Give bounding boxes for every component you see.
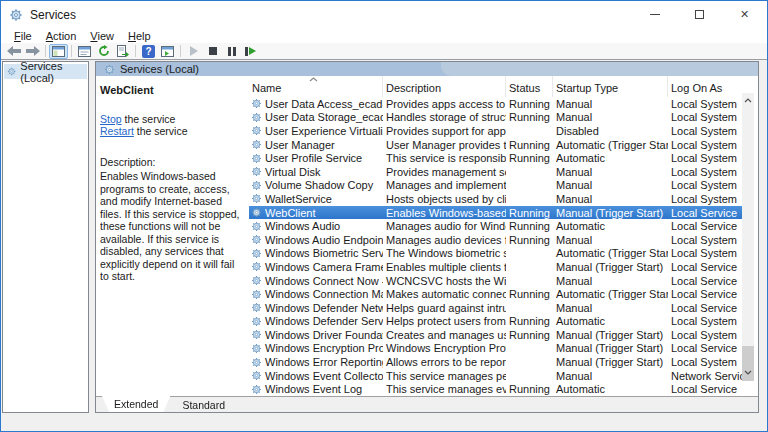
service-name-cell: Windows Camera Frame Se...: [249, 261, 383, 273]
service-gear-icon: [251, 248, 262, 259]
main-header-title: Services (Local): [120, 63, 199, 75]
menu-help[interactable]: Help: [121, 30, 158, 42]
service-gear-icon: [251, 112, 262, 123]
scroll-down-icon[interactable]: [742, 365, 754, 380]
extended-view-icon[interactable]: [158, 44, 177, 59]
table-row[interactable]: Windows Event Collector This service man…: [249, 369, 744, 383]
table-row[interactable]: Volume Shadow Copy Manages and implement…: [249, 179, 744, 193]
column-header-startup-type[interactable]: Startup Type: [553, 76, 668, 97]
service-gear-icon: [251, 166, 262, 177]
table-row[interactable]: Windows Connection Mana... Makes automat…: [249, 287, 744, 301]
service-log-on-as-cell: Local System: [668, 315, 744, 327]
pause-service-icon[interactable]: [222, 44, 241, 59]
service-description-cell: Allows errors to be reported ...: [383, 356, 506, 368]
table-row[interactable]: Windows Connect Now - C... WCNCSVC hosts…: [249, 274, 744, 288]
tree-item-services-local[interactable]: Services (Local): [4, 64, 87, 79]
maximize-icon: [695, 10, 704, 19]
help-icon[interactable]: ?: [139, 44, 158, 59]
service-gear-icon: [251, 193, 262, 204]
forward-icon[interactable]: [23, 44, 42, 59]
service-gear-icon: [251, 357, 262, 368]
service-name: Windows Defender Service: [265, 315, 383, 327]
description-label: Description:: [100, 156, 242, 169]
service-description-cell: Provides apps access to stru...: [383, 98, 506, 110]
table-row[interactable]: Windows Biometric Service The Windows bi…: [249, 247, 744, 261]
restart-service-icon[interactable]: [241, 44, 260, 59]
service-startup-type-cell: Manual: [553, 370, 668, 382]
column-header-description[interactable]: Description: [383, 76, 506, 97]
scroll-up-icon[interactable]: [742, 93, 754, 108]
close-button[interactable]: ✕: [722, 1, 767, 28]
service-status-cell: Running: [506, 234, 553, 246]
service-name: Windows Camera Frame Se...: [265, 261, 383, 273]
service-name: Windows Encryption Provid...: [265, 342, 383, 354]
service-startup-type-cell: Automatic (Trigger Start): [553, 247, 668, 259]
refresh-icon[interactable]: [94, 44, 113, 59]
title-bar[interactable]: Services ✕: [1, 1, 767, 28]
sort-ascending-icon: [309, 77, 318, 82]
table-row[interactable]: User Data Access_ecad8 Provides apps acc…: [249, 97, 744, 111]
stop-service-link[interactable]: Stop: [100, 113, 122, 125]
table-row[interactable]: Windows Camera Frame Se... Enables multi…: [249, 260, 744, 274]
service-name: User Profile Service: [265, 152, 362, 164]
table-row[interactable]: User Data Storage_ecad8 Handles storage …: [249, 111, 744, 125]
table-row[interactable]: Windows Defender Networ... Helps guard a…: [249, 301, 744, 315]
service-description-cell: This service is responsible fo...: [383, 152, 506, 164]
tab-extended[interactable]: Extended: [102, 396, 170, 412]
table-row[interactable]: Virtual Disk Provides management servi..…: [249, 165, 744, 179]
table-row[interactable]: User Manager User Manager provides the r…: [249, 138, 744, 152]
services-main-pane: Services (Local) WebClient Stop the serv…: [95, 61, 759, 413]
service-gear-icon: [251, 289, 262, 300]
service-status-cell: Running: [506, 98, 553, 110]
table-row[interactable]: Windows Defender Service Helps protect u…: [249, 315, 744, 329]
service-startup-type-cell: Automatic: [553, 152, 668, 164]
vertical-scrollbar[interactable]: [742, 93, 754, 380]
service-description-cell: User Manager provides the r...: [383, 139, 506, 151]
menu-view[interactable]: View: [83, 30, 121, 42]
back-icon[interactable]: [4, 44, 23, 59]
service-name: Virtual Disk: [265, 166, 320, 178]
toolbar: ?: [1, 43, 767, 59]
menu-action[interactable]: Action: [39, 30, 84, 42]
table-row[interactable]: User Profile Service This service is res…: [249, 151, 744, 165]
table-row[interactable]: Windows Driver Foundation... Creates and…: [249, 328, 744, 342]
column-header-status[interactable]: Status: [506, 76, 553, 97]
close-icon: ✕: [740, 9, 749, 20]
table-row[interactable]: Windows Audio Endpoint B... Manages audi…: [249, 233, 744, 247]
service-action-links: Stop the service Restart the service: [100, 113, 242, 138]
list-header: Name Description Status Startup Type Log…: [249, 76, 756, 97]
service-startup-type-cell: Automatic: [553, 315, 668, 327]
restart-service-link[interactable]: Restart: [100, 125, 134, 137]
table-row[interactable]: Windows Event Log This service manages e…: [249, 382, 744, 396]
service-name: Windows Error Reporting Se...: [265, 356, 383, 368]
service-name-cell: WalletService: [249, 193, 383, 205]
service-startup-type-cell: Manual: [553, 98, 668, 110]
column-header-log-on-as[interactable]: Log On As: [668, 76, 744, 97]
tab-standard[interactable]: Standard: [170, 397, 237, 412]
start-service-icon[interactable]: [184, 44, 203, 59]
minimize-button[interactable]: [632, 1, 677, 28]
service-gear-icon: [251, 234, 262, 245]
service-startup-type-cell: Manual: [553, 193, 668, 205]
export-list-icon[interactable]: [113, 44, 132, 59]
show-hide-console-tree-icon[interactable]: [49, 44, 68, 59]
properties-icon[interactable]: [75, 44, 94, 59]
console-tree-pane: Services (Local): [2, 61, 89, 413]
table-row[interactable]: Windows Encryption Provid... Windows Enc…: [249, 342, 744, 356]
table-row[interactable]: Windows Audio Manages audio for Window..…: [249, 219, 744, 233]
service-log-on-as-cell: Local Service: [668, 383, 744, 395]
maximize-button[interactable]: [677, 1, 722, 28]
service-name: Windows Event Log: [265, 383, 362, 395]
menu-file[interactable]: File: [7, 30, 39, 42]
service-status-cell: Running: [506, 383, 553, 395]
table-row[interactable]: User Experience Virtualizatio... Provide…: [249, 124, 744, 138]
restart-service-line: Restart the service: [100, 125, 242, 138]
table-row[interactable]: WalletService Hosts objects used by clie…: [249, 192, 744, 206]
table-row[interactable]: Windows Error Reporting Se... Allows err…: [249, 355, 744, 369]
service-log-on-as-cell: Local System: [668, 193, 744, 205]
table-row[interactable]: WebClient Enables Windows-based pro... R…: [249, 206, 744, 220]
service-log-on-as-cell: Local System: [668, 139, 744, 151]
stop-service-icon[interactable]: [203, 44, 222, 59]
service-description-cell: This service manages persist...: [383, 370, 506, 382]
service-name-cell: Windows Event Collector: [249, 370, 383, 382]
